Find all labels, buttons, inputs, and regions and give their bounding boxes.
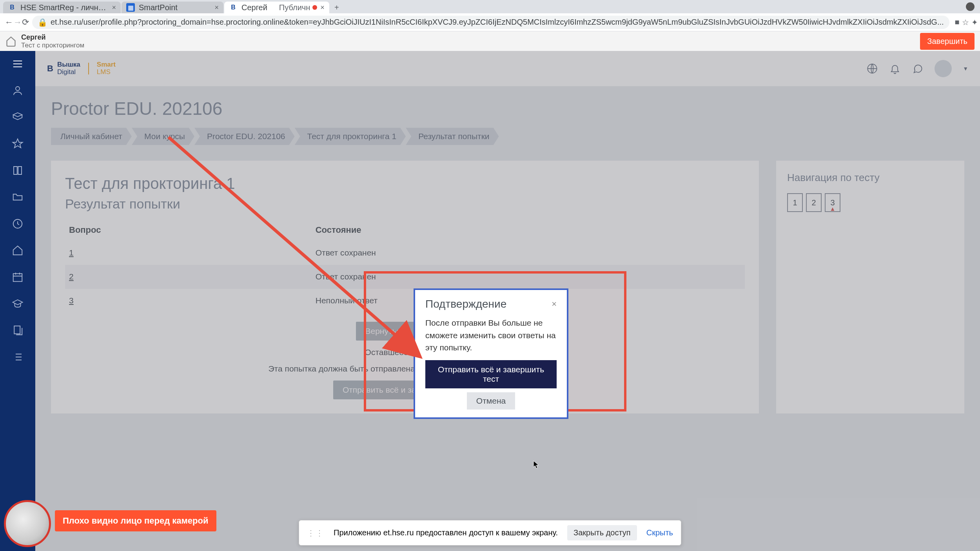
- new-tab-button[interactable]: +: [330, 2, 343, 13]
- dialog-close-icon[interactable]: ×: [552, 299, 557, 309]
- tab-title: HSE SmartReg - личный каби: [20, 3, 109, 12]
- tab-subtitle: Публичн: [279, 3, 310, 12]
- calendar-icon[interactable]: [10, 270, 25, 285]
- url-text: et.hse.ru/user/profile.php?proctoring_do…: [51, 18, 944, 27]
- proctoring-top-bar: Сергей Тест с прокторингом Завершить: [0, 31, 980, 51]
- tab-favicon: B: [8, 3, 16, 12]
- mouse-cursor: [533, 460, 539, 469]
- list-icon[interactable]: [10, 350, 25, 364]
- hide-share-button[interactable]: Скрыть: [646, 528, 673, 537]
- browser-tab-1[interactable]: ▦ SmartPoint ×: [122, 2, 223, 13]
- browser-tab-2[interactable]: B Сергей Публичн ×: [224, 2, 329, 13]
- lock-icon: 🔒: [38, 18, 47, 27]
- tab-close-icon[interactable]: ×: [320, 4, 325, 12]
- book-icon[interactable]: [10, 163, 25, 178]
- proctor-user-name: Сергей: [21, 33, 84, 42]
- proctor-exam-name: Тест с прокторингом: [21, 42, 84, 49]
- svg-rect-2: [13, 274, 22, 281]
- browser-tab-0[interactable]: B HSE SmartReg - личный каби ×: [3, 2, 121, 13]
- dialog-body: После отправки Вы больше не сможете изме…: [415, 314, 567, 360]
- url-input[interactable]: 🔒 et.hse.ru/user/profile.php?proctoring_…: [32, 16, 949, 29]
- folder-icon[interactable]: [10, 190, 25, 205]
- menu-toggle-icon[interactable]: [10, 56, 25, 71]
- finish-exam-button[interactable]: Завершить: [920, 33, 975, 50]
- svg-rect-3: [14, 326, 20, 334]
- extensions-icon[interactable]: ✦: [971, 16, 978, 28]
- files-icon[interactable]: [10, 323, 25, 338]
- browser-profile-avatar[interactable]: [966, 2, 975, 11]
- dialog-confirm-button[interactable]: Отправить всё и завершить тест: [425, 360, 557, 388]
- tab-title: Сергей: [241, 3, 267, 12]
- recording-icon: [312, 5, 317, 10]
- home-icon[interactable]: [5, 36, 16, 47]
- star-icon[interactable]: [10, 136, 25, 151]
- profile-icon[interactable]: [10, 83, 25, 98]
- browser-address-bar: ← → ⟳ 🔒 et.hse.ru/user/profile.php?proct…: [0, 13, 980, 31]
- screen-share-bar: ⋮⋮ Приложению et.hse.ru предоставлен дос…: [299, 520, 681, 546]
- dialog-cancel-button[interactable]: Отмена: [467, 392, 515, 410]
- tab-close-icon[interactable]: ×: [112, 4, 116, 12]
- stop-share-button[interactable]: Закрыть доступ: [567, 525, 637, 540]
- bookmark-star-icon[interactable]: ☆: [962, 16, 969, 28]
- confirm-dialog: Подтверждение × После отправки Вы больше…: [414, 288, 568, 419]
- history-icon[interactable]: [10, 216, 25, 231]
- camera-indicator-icon[interactable]: ■: [955, 16, 960, 28]
- tab-favicon: ▦: [126, 3, 135, 12]
- share-message: Приложению et.hse.ru предоставлен доступ…: [334, 528, 558, 537]
- tab-close-icon[interactable]: ×: [214, 4, 219, 12]
- tab-favicon: B: [229, 3, 238, 12]
- svg-line-5: [169, 137, 416, 353]
- lms-sidebar: [0, 51, 35, 551]
- nav-reload-button[interactable]: ⟳: [22, 15, 29, 29]
- graduation-icon[interactable]: [10, 296, 25, 311]
- dialog-title: Подтверждение: [425, 298, 506, 310]
- proctor-user-info: Сергей Тест с прокторингом: [21, 33, 84, 49]
- webcam-preview[interactable]: [4, 500, 51, 547]
- courses-icon[interactable]: [10, 110, 25, 125]
- drag-handle-icon[interactable]: ⋮⋮: [307, 528, 324, 538]
- svg-point-0: [16, 87, 20, 91]
- tab-title: SmartPoint: [139, 3, 211, 12]
- browser-tab-strip: B HSE SmartReg - личный каби × ▦ SmartPo…: [0, 0, 980, 13]
- nav-back-button[interactable]: ←: [5, 15, 13, 29]
- face-detection-warning: Плохо видно лицо перед камерой: [55, 510, 216, 531]
- nav-forward-button[interactable]: →: [13, 15, 22, 29]
- home-nav-icon[interactable]: [10, 243, 25, 258]
- annotation-arrow: [165, 133, 431, 364]
